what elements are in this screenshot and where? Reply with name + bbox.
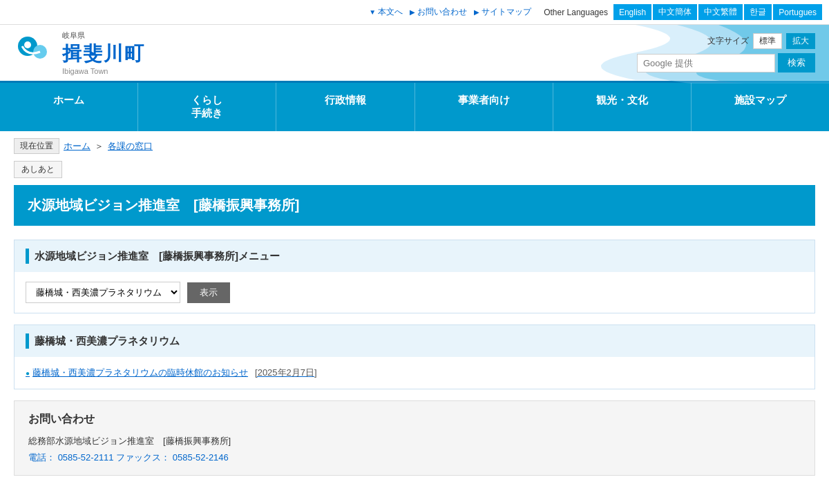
lang-ko-button[interactable]: 한글 [744, 4, 772, 20]
header-right: 文字サイズ 標準 拡大 検索 [637, 33, 815, 72]
prefecture-label: 岐阜県 [62, 30, 145, 41]
honbun-link[interactable]: 本文へ [369, 6, 403, 18]
language-buttons: English 中文簡体 中文繁體 한글 Portugues [613, 4, 822, 20]
sub-section-body: 藤橋城・西美濃プラネタリウムの臨時休館のお知らせ [2025年2月7日] [15, 357, 814, 389]
sub-section-header: 藤橋城・西美濃プラネタリウム [15, 325, 814, 357]
tel-label: 電話： [28, 452, 55, 463]
ashiato-area: あしあと [0, 158, 829, 185]
contact-link[interactable]: お問い合わせ [410, 6, 467, 18]
tel-number: 0585-52-2111 [58, 452, 114, 463]
search-area: 検索 [637, 53, 815, 72]
menu-select[interactable]: 藤橋城・西美濃プラネタリウム [26, 282, 180, 303]
breadcrumb-position-label: 現在位置 [14, 138, 59, 154]
sitemap-link[interactable]: サイトマップ [474, 6, 531, 18]
planetarium-link[interactable]: 藤橋城・西美濃プラネタリウムの臨時休館のお知らせ [2025年2月7日] [26, 367, 803, 379]
fax-label: ファックス： [116, 452, 170, 463]
nav-kanko[interactable]: 観光・文化 [553, 83, 692, 131]
nav-gyosei[interactable]: 行政情報 [276, 83, 414, 131]
nav-bar: ホーム くらし手続き 行政情報 事業者向け 観光・文化 施設マップ [0, 81, 829, 131]
logo-text: 岐阜県 揖斐川町 Ibigawa Town [62, 30, 145, 75]
font-size-label: 文字サイズ [707, 35, 749, 47]
font-large-button[interactable]: 拡大 [786, 33, 815, 49]
contact-dept: 総務部水源地域ビジョン推進室 [藤橋振興事務所] [28, 435, 801, 447]
font-size-area: 文字サイズ 標準 拡大 [707, 33, 815, 49]
search-input[interactable] [637, 54, 775, 72]
font-standard-button[interactable]: 標準 [753, 33, 782, 49]
ashiato-button[interactable]: あしあと [14, 161, 62, 178]
contact-title: お問い合わせ [28, 412, 801, 427]
nav-jigyosha[interactable]: 事業者向け [415, 83, 553, 131]
breadcrumb-separator: ＞ [95, 140, 104, 153]
page-title: 水源地域ビジョン推進室 [藤橋振興事務所] [28, 197, 299, 213]
lang-zh-tw-button[interactable]: 中文繁體 [698, 4, 743, 20]
fax-number: 0585-52-2146 [173, 452, 229, 463]
search-button[interactable]: 検索 [778, 53, 815, 72]
menu-section-title: 水源地域ビジョン推進室 [藤橋振興事務所]メニュー [35, 250, 280, 263]
link-date: [2025年2月7日] [255, 367, 317, 379]
page-title-banner: 水源地域ビジョン推進室 [藤橋振興事務所] [14, 185, 815, 226]
other-languages-label: Other Languages [544, 8, 608, 17]
top-bar: 本文へ お問い合わせ サイトマップ Other Languages Englis… [0, 0, 829, 25]
nav-kurashi[interactable]: くらし手続き [138, 83, 276, 131]
menu-section-box: 水源地域ビジョン推進室 [藤橋振興事務所]メニュー 藤橋城・西美濃プラネタリウム… [14, 240, 815, 313]
hyoji-button[interactable]: 表示 [187, 282, 230, 303]
sub-section-title: 藤橋城・西美濃プラネタリウム [35, 335, 180, 348]
lang-zh-cn-button[interactable]: 中文簡体 [653, 4, 697, 20]
menu-section-header: 水源地域ビジョン推進室 [藤橋振興事務所]メニュー [15, 240, 814, 272]
top-bar-links: 本文へ お問い合わせ サイトマップ Other Languages [7, 6, 608, 18]
header: 岐阜県 揖斐川町 Ibigawa Town 文字サイズ 標準 拡大 検索 [0, 25, 829, 81]
contact-tel: 電話： 0585-52-2111 ファックス： 0585-52-2146 [28, 452, 801, 464]
lang-english-button[interactable]: English [613, 4, 651, 20]
romaji-label: Ibigawa Town [62, 67, 145, 75]
breadcrumb-area: 現在位置 ホーム ＞ 各課の窓口 [0, 131, 829, 158]
nav-home[interactable]: ホーム [0, 83, 138, 131]
logo-area: 岐阜県 揖斐川町 Ibigawa Town [14, 30, 145, 75]
select-row: 藤橋城・西美濃プラネタリウム 表示 [26, 282, 803, 303]
main-content: 水源地域ビジョン推進室 [藤橋振興事務所] 水源地域ビジョン推進室 [藤橋振興事… [0, 185, 829, 496]
sub-section-box: 藤橋城・西美濃プラネタリウム 藤橋城・西美濃プラネタリウムの臨時休館のお知らせ … [14, 324, 815, 389]
lang-pt-button[interactable]: Portugues [773, 4, 822, 20]
planetarium-link-text: 藤橋城・西美濃プラネタリウムの臨時休館のお知らせ [32, 367, 248, 379]
breadcrumb-current-link[interactable]: 各課の窓口 [108, 140, 153, 153]
menu-section-body: 藤橋城・西美濃プラネタリウム 表示 [15, 272, 814, 313]
contact-box: お問い合わせ 総務部水源地域ビジョン推進室 [藤橋振興事務所] 電話： 0585… [14, 400, 815, 476]
svg-point-2 [24, 41, 31, 48]
nav-shisetsu[interactable]: 施設マップ [692, 83, 829, 131]
breadcrumb-home-link[interactable]: ホーム [64, 140, 90, 153]
logo-icon [14, 32, 55, 74]
town-name: 揖斐川町 [62, 41, 145, 67]
